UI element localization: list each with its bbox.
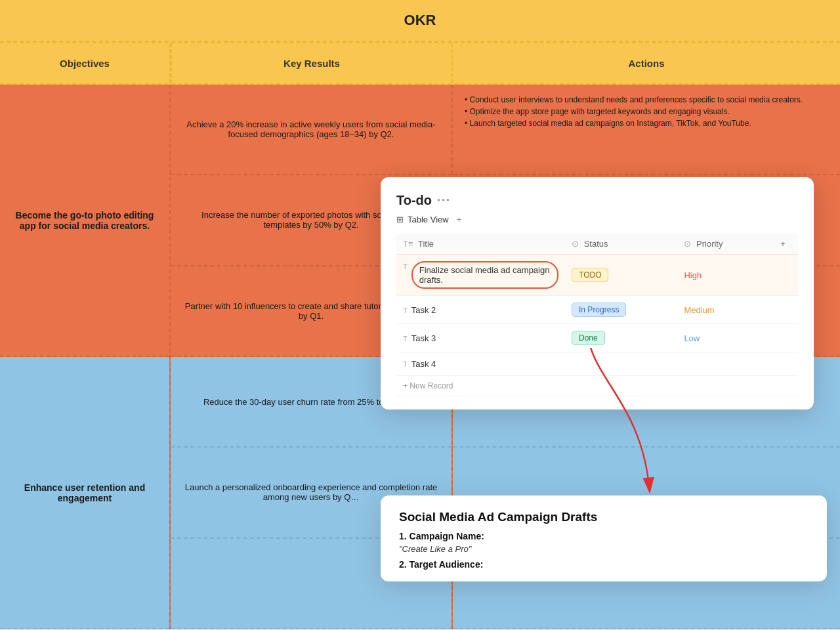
text-type-icon: T xyxy=(403,262,408,270)
priority-value[interactable]: Low xyxy=(684,333,700,343)
objective-1: Become the go-to photo editing app for s… xyxy=(0,85,169,357)
todo-panel-title: To-do ··· xyxy=(396,193,798,208)
task-actions-cell xyxy=(774,296,798,324)
doc-panel: Social Media Ad Campaign Drafts 1. Campa… xyxy=(381,495,827,581)
task-status-cell: Done xyxy=(565,324,677,352)
priority-value[interactable]: Medium xyxy=(684,305,714,315)
task-title[interactable]: Task 2 xyxy=(411,305,436,315)
doc-section-1-value: "Create Like a Pro" xyxy=(399,544,808,554)
add-view-button[interactable]: + xyxy=(457,215,462,224)
task-priority-cell: Low xyxy=(677,324,774,352)
table-row: T Task 3 Done Low xyxy=(396,324,798,352)
task-actions-cell xyxy=(774,324,798,352)
text-type-icon: T xyxy=(403,335,408,343)
task-priority-cell xyxy=(677,352,774,376)
table-view-label[interactable]: Table View xyxy=(408,215,449,224)
table-row: T Task 2 In Progress Medium xyxy=(396,296,798,324)
text-type-icon: T xyxy=(403,306,408,314)
task-title[interactable]: Task 3 xyxy=(411,333,436,343)
objectives-header: Objectives xyxy=(0,43,171,83)
priority-value[interactable]: High xyxy=(684,270,702,280)
task-actions-cell xyxy=(774,352,798,376)
todo-table: T≡ Title ⊙ Status ⊙ Priority + xyxy=(396,234,798,396)
task-title-cell: T Finalize social media ad campaign draf… xyxy=(396,255,565,296)
task-status-cell: In Progress xyxy=(565,296,677,324)
doc-panel-title: Social Media Ad Campaign Drafts xyxy=(399,510,808,524)
todo-panel: To-do ··· ⊞ Table View + T≡ Title ⊙ Stat… xyxy=(381,177,814,410)
objectives-column: Become the go-to photo editing app for s… xyxy=(0,85,171,629)
task-priority-cell: High xyxy=(677,255,774,296)
text-type-icon: T xyxy=(403,360,408,368)
table-view-icon: ⊞ xyxy=(396,215,404,224)
col-header-status: ⊙ Status xyxy=(565,234,677,255)
okr-header: OKR xyxy=(0,0,840,42)
table-row: T Finalize social media ad campaign draf… xyxy=(396,255,798,296)
task-title[interactable]: Task 4 xyxy=(411,359,436,369)
todo-view-bar: ⊞ Table View + xyxy=(396,215,798,224)
objective-2: Enhance user retention and engagement xyxy=(0,357,169,629)
actions-header: Actions xyxy=(453,43,840,83)
status-badge[interactable]: Done xyxy=(572,331,605,345)
todo-menu-dots[interactable]: ··· xyxy=(437,194,451,207)
new-record-button[interactable]: + New Record xyxy=(396,376,798,396)
task-title-cell: T Task 3 xyxy=(396,324,565,352)
kr-1: Achieve a 20% increase in active weekly … xyxy=(171,85,452,175)
col-header-title: T≡ Title xyxy=(396,234,565,255)
task-status-cell xyxy=(565,352,677,376)
key-results-header: Key Results xyxy=(171,43,453,83)
col-header-add[interactable]: + xyxy=(774,234,798,255)
task-priority-cell: Medium xyxy=(677,296,774,324)
doc-section-2-title: 2. Target Audience: xyxy=(399,559,808,570)
status-badge[interactable]: In Progress xyxy=(572,303,626,317)
new-record-row[interactable]: + New Record xyxy=(396,376,798,396)
task-title-cell: T Task 4 xyxy=(396,352,565,376)
okr-title: OKR xyxy=(404,12,436,28)
column-headers: Objectives Key Results Actions xyxy=(0,42,840,85)
task-title-cell: T Task 2 xyxy=(396,296,565,324)
task-title[interactable]: Finalize social media ad campaign drafts… xyxy=(411,261,558,289)
action-1: • Conduct user interviews to understand … xyxy=(453,85,840,175)
col-header-priority: ⊙ Priority xyxy=(677,234,774,255)
task-status-cell: TODO xyxy=(565,255,677,296)
doc-section-1-title: 1. Campaign Name: xyxy=(399,531,808,541)
status-badge[interactable]: TODO xyxy=(572,268,608,282)
table-row: T Task 4 xyxy=(396,352,798,376)
task-actions-cell xyxy=(774,255,798,296)
